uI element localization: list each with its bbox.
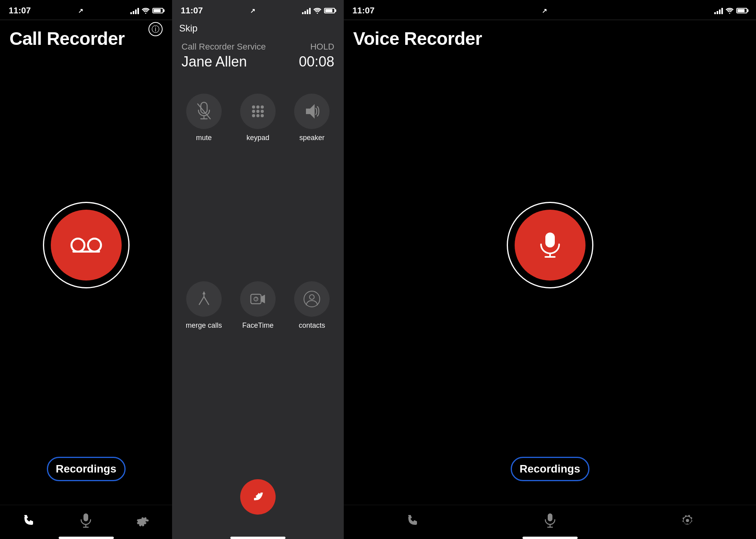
right-status-bar: 11:07 ↗ (344, 0, 756, 19)
left-record-area (0, 49, 172, 457)
voicemail-icon (70, 238, 102, 253)
left-status-bar: 11:07 ↗ (0, 0, 172, 19)
svg-point-12 (252, 110, 255, 113)
right-time: 11:07 (352, 6, 374, 16)
right-wifi-icon (725, 7, 734, 14)
right-panel: 11:07 ↗ Voice Recorder (344, 0, 756, 539)
keypad-label: keypad (246, 134, 269, 142)
right-record-ring[interactable] (507, 202, 593, 288)
center-status-icons (302, 7, 335, 14)
left-app-title: Call Recorder (0, 20, 172, 49)
right-tab-mic[interactable] (538, 511, 562, 530)
svg-point-28 (309, 295, 314, 299)
right-tab-settings[interactable] (676, 511, 699, 530)
svg-text:?: ? (255, 297, 258, 302)
svg-line-19 (199, 297, 204, 305)
left-home-indicator (59, 537, 114, 539)
right-app-title: Voice Recorder (344, 20, 756, 49)
skip-button[interactable]: Skip (172, 19, 344, 38)
svg-marker-25 (261, 295, 265, 303)
right-recordings-button[interactable]: Recordings (511, 457, 589, 481)
center-status-bar: 11:07 ↗ (172, 0, 344, 19)
right-signal-icon (714, 7, 723, 14)
left-tab-bar (0, 505, 172, 534)
center-battery-icon (324, 8, 335, 13)
right-record-area (344, 49, 756, 457)
speaker-button[interactable]: speaker (290, 94, 334, 272)
svg-line-20 (204, 297, 209, 305)
facetime-circle: ? (240, 281, 276, 317)
call-contact-name: Jane Allen (182, 54, 247, 70)
svg-rect-33 (548, 513, 552, 521)
right-tab-phone[interactable] (401, 511, 424, 530)
svg-point-13 (256, 110, 259, 113)
call-info: Call Recorder Service HOLD Jane Allen 00… (172, 38, 344, 78)
mute-button[interactable]: mute (182, 94, 226, 272)
contacts-button[interactable]: contacts (290, 281, 334, 460)
center-wifi-icon (313, 7, 322, 14)
right-tab-bar (344, 505, 756, 534)
info-button[interactable]: ⓘ (148, 22, 163, 36)
left-battery-icon (152, 8, 163, 13)
svg-point-16 (256, 114, 259, 117)
contacts-label: contacts (299, 321, 325, 330)
left-record-button[interactable] (51, 210, 122, 281)
merge-calls-label: merge calls (186, 321, 222, 330)
left-record-ring[interactable] (43, 202, 130, 288)
center-panel: 11:07 ↗ Skip (172, 0, 344, 539)
center-location-icon: ↗ (250, 7, 255, 15)
svg-point-29 (729, 13, 730, 14)
center-home-indicator (230, 537, 285, 539)
mute-circle (186, 94, 222, 129)
svg-point-36 (686, 519, 689, 522)
merge-calls-circle (186, 281, 222, 317)
end-call-wrapper (172, 471, 344, 534)
center-time: 11:07 (181, 6, 203, 16)
svg-point-10 (256, 105, 259, 109)
left-location-icon: ↗ (78, 7, 83, 15)
call-hold-badge: HOLD (310, 42, 334, 52)
call-service-row: Call Recorder Service HOLD (182, 42, 334, 52)
facetime-label: FaceTime (242, 321, 273, 330)
call-contact-row: Jane Allen 00:08 (182, 54, 334, 70)
svg-point-0 (145, 13, 146, 14)
svg-point-14 (261, 110, 264, 113)
call-timer: 00:08 (299, 54, 334, 70)
svg-marker-18 (306, 105, 314, 118)
mute-label: mute (196, 134, 212, 142)
left-signal-icon (130, 7, 139, 14)
svg-point-17 (261, 114, 264, 117)
speaker-circle (294, 94, 330, 129)
left-status-icons (130, 7, 163, 14)
right-status-icons (714, 7, 747, 14)
contacts-circle (294, 281, 330, 317)
facetime-button[interactable]: ? FaceTime (235, 281, 280, 460)
left-tab-phone[interactable] (17, 511, 41, 530)
center-signal-icon (302, 7, 311, 14)
end-call-button[interactable] (240, 479, 276, 515)
merge-calls-button[interactable]: merge calls (182, 281, 226, 460)
left-tab-settings[interactable] (132, 511, 155, 530)
keypad-circle (240, 94, 276, 129)
svg-rect-1 (83, 513, 88, 521)
svg-marker-22 (202, 291, 206, 294)
left-wifi-icon (141, 7, 150, 14)
left-panel: 11:07 ↗ Call Recorder (0, 0, 172, 539)
call-service-name: Call Recorder Service (182, 42, 266, 52)
right-battery-icon (736, 8, 747, 13)
svg-rect-30 (545, 233, 555, 247)
call-buttons-grid: mute keypad (172, 78, 344, 471)
speaker-label: speaker (299, 134, 324, 142)
mic-icon (539, 232, 561, 258)
right-record-button[interactable] (515, 210, 586, 281)
left-recordings-button[interactable]: Recordings (47, 457, 126, 481)
svg-point-4 (317, 13, 318, 14)
right-location-icon: ↗ (542, 7, 547, 15)
keypad-button[interactable]: keypad (235, 94, 280, 272)
left-time: 11:07 (9, 6, 31, 16)
svg-point-15 (252, 114, 255, 117)
right-home-indicator (523, 537, 578, 539)
left-tab-mic[interactable] (74, 511, 98, 530)
svg-point-9 (252, 105, 255, 109)
svg-point-11 (261, 105, 264, 109)
